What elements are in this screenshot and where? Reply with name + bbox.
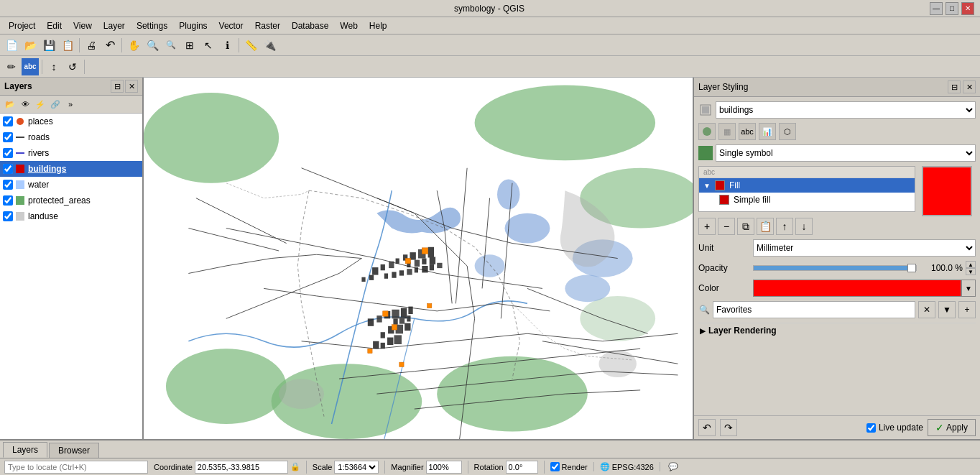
styling-3d-icon[interactable]: ⬡ [779, 123, 796, 140]
tree-expand-icon[interactable]: ▼ [703, 182, 711, 190]
layers-filter-btn[interactable]: ⚡ [33, 97, 47, 111]
print-btn[interactable]: 🖨 [83, 37, 100, 54]
zoom-in-btn[interactable]: 🔍 [144, 37, 161, 54]
layer-checkbox-protected_areas[interactable] [3, 195, 13, 206]
styling-scroll-area[interactable]: buildings ▦ abc 📊 ⬡ [694, 97, 980, 415]
opacity-slider[interactable] [753, 265, 917, 271]
rotate-btn[interactable]: ↺ [64, 58, 81, 75]
add-symbol-btn[interactable]: + [698, 218, 716, 235]
menu-item-layer[interactable]: Layer [98, 19, 131, 32]
unit-dropdown[interactable]: Millimeter [753, 239, 976, 257]
close-button[interactable]: ✕ [961, 2, 974, 15]
favorites-search-input[interactable] [713, 301, 915, 318]
remove-symbol-btn[interactable]: − [718, 218, 735, 235]
menu-item-project[interactable]: Project [3, 19, 41, 32]
opacity-down-btn[interactable]: ▼ [966, 268, 976, 275]
layer-checkbox-roads[interactable] [3, 132, 13, 142]
layer-checkbox-places[interactable] [3, 116, 13, 126]
locate-input[interactable] [4, 461, 148, 474]
move-down-symbol-btn[interactable]: ↓ [795, 218, 813, 235]
layers-open-btn[interactable]: 📂 [3, 97, 17, 111]
layer-checkbox-buildings[interactable] [3, 164, 13, 174]
menu-item-view[interactable]: View [68, 19, 98, 32]
menu-item-vector[interactable]: Vector [213, 19, 249, 32]
render-checkbox[interactable] [550, 462, 560, 471]
undo-style-btn[interactable]: ↶ [698, 419, 716, 436]
copy-symbol-btn[interactable]: ⧉ [737, 218, 754, 235]
symbol-type-dropdown[interactable]: Single symbol [716, 144, 976, 162]
styling-layer-dropdown[interactable]: buildings [716, 101, 976, 119]
layers-visible-btn[interactable]: 👁 [18, 97, 32, 111]
redo-style-btn[interactable]: ↷ [720, 419, 737, 436]
tab-layers[interactable]: Layers [3, 442, 47, 458]
layer-checkbox-water[interactable] [3, 180, 13, 190]
layers-more-btn[interactable]: » [63, 97, 78, 111]
minimize-button[interactable]: — [930, 2, 943, 15]
layer-item-protected_areas[interactable]: protected_areas [0, 193, 142, 208]
zoom-full-btn[interactable]: ⊞ [181, 37, 198, 54]
symbol-tree-fill-item[interactable]: ▼ Fill [699, 178, 915, 193]
layer-item-roads[interactable]: roads [0, 129, 142, 145]
coordinate-input[interactable] [195, 461, 288, 474]
layer-item-landuse[interactable]: landuse [0, 208, 142, 224]
opacity-up-btn[interactable]: ▲ [966, 261, 976, 268]
paste-symbol-btn[interactable]: 📋 [757, 218, 774, 235]
apply-button[interactable]: ✓ Apply [928, 419, 976, 436]
menu-item-database[interactable]: Database [286, 19, 334, 32]
styling-panel-dock-btn[interactable]: ⊟ [948, 80, 961, 93]
styling-panel-close-btn[interactable]: ✕ [963, 80, 976, 93]
layer-checkbox-rivers[interactable] [3, 148, 13, 158]
color-dropdown-btn[interactable]: ▼ [961, 280, 976, 297]
menu-item-plugins[interactable]: Plugins [173, 19, 213, 32]
menu-item-settings[interactable]: Settings [131, 19, 173, 32]
color-picker-bar[interactable] [753, 280, 961, 297]
styling-diagram-icon[interactable]: 📊 [759, 123, 776, 140]
label-btn[interactable]: abc [22, 58, 39, 75]
map-area[interactable] [144, 78, 693, 439]
menu-item-raster[interactable]: Raster [249, 19, 286, 32]
layer-item-rivers[interactable]: rivers [0, 145, 142, 161]
layers-panel-dock-btn[interactable]: ⊟ [111, 80, 124, 93]
search-clear-btn[interactable]: ✕ [918, 301, 935, 318]
tab-browser[interactable]: Browser [49, 443, 99, 458]
search-add-btn[interactable]: + [958, 301, 976, 318]
symbol-tree-simplefill-item[interactable]: Simple fill [699, 193, 915, 207]
digitize-btn[interactable]: ✏ [3, 58, 20, 75]
apply-check-icon: ✓ [935, 422, 944, 433]
search-dropdown-btn[interactable]: ▼ [938, 301, 956, 318]
save-btn[interactable]: 💾 [40, 37, 57, 54]
epsg-item[interactable]: 🌐 EPSG:4326 [600, 462, 660, 471]
layer-item-water[interactable]: water [0, 177, 142, 193]
plugins-btn[interactable]: 🔌 [261, 37, 278, 54]
new-project-btn[interactable]: 📄 [3, 37, 20, 54]
move-up-symbol-btn[interactable]: ↑ [776, 218, 793, 235]
layer-rendering-section[interactable]: ▶ Layer Rendering [698, 323, 976, 338]
measure-btn[interactable]: 📏 [242, 37, 259, 54]
scale-select[interactable]: 1:53664 [334, 461, 379, 474]
maximize-button[interactable]: □ [946, 2, 958, 15]
identify-btn[interactable]: ℹ [218, 37, 236, 54]
layer-item-buildings[interactable]: buildings [0, 161, 142, 177]
map-canvas[interactable] [144, 78, 693, 439]
layers-link-btn[interactable]: 🔗 [48, 97, 63, 111]
menu-item-help[interactable]: Help [364, 19, 393, 32]
open-btn[interactable]: 📂 [22, 37, 39, 54]
move-btn[interactable]: ↕ [45, 58, 63, 75]
undo-btn[interactable]: ↶ [101, 37, 119, 54]
layer-checkbox-landuse[interactable] [3, 211, 13, 221]
zoom-out-btn[interactable]: 🔍 [162, 37, 180, 54]
styling-labels-icon[interactable]: abc [739, 123, 756, 140]
menu-item-edit[interactable]: Edit [41, 19, 68, 32]
messages-btn[interactable]: 💬 [666, 462, 680, 471]
styling-histogram-icon[interactable]: ▦ [718, 123, 736, 140]
live-update-checkbox[interactable] [866, 423, 876, 433]
select-btn[interactable]: ↖ [200, 37, 217, 54]
pan-btn[interactable]: ✋ [125, 37, 142, 54]
styling-paint-icon[interactable] [698, 123, 716, 140]
magnifier-input[interactable] [426, 461, 462, 474]
layer-item-places[interactable]: places [0, 114, 142, 129]
save-as-btn[interactable]: 📋 [59, 37, 76, 54]
rotation-input[interactable] [506, 461, 538, 474]
layers-panel-close-btn[interactable]: ✕ [125, 80, 138, 93]
menu-item-web[interactable]: Web [334, 19, 363, 32]
